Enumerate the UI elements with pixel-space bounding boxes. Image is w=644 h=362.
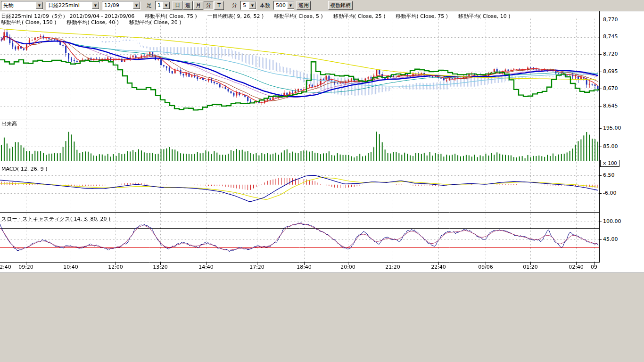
axis-tick <box>599 128 602 129</box>
bar-count-value: 500 <box>276 2 286 8</box>
time-axis-label: 09 <box>591 264 597 270</box>
bar-count-input[interactable]: 500 ▼ <box>273 1 294 10</box>
macd-panel-label: MACD( 12, 26, 9 ) <box>1 166 48 172</box>
chevron-down-icon[interactable]: ▼ <box>249 2 256 9</box>
volume-axis-label: 195.00 <box>603 125 621 131</box>
time-axis-label: 02:40 <box>0 264 11 270</box>
chevron-down-icon[interactable]: ▼ <box>36 2 43 9</box>
minute-label: 分 <box>231 2 238 9</box>
axis-tick <box>599 89 602 89</box>
time-axis-label: 14:40 <box>198 264 214 270</box>
price-axis-label: 8,695 <box>603 68 618 74</box>
axis-tick <box>599 72 602 72</box>
bars-label: 本数 <box>259 2 271 9</box>
volume-multiplier-badge: × 100 <box>600 160 619 167</box>
apply-button[interactable]: 適用 <box>297 1 311 10</box>
indicator-label: 移動平均( Close, 150 ) <box>1 19 57 26</box>
volume-axis-label: 85.00 <box>603 143 618 149</box>
price-axis-label: 8,720 <box>603 51 618 57</box>
multi-symbol-button[interactable]: 複数銘柄 <box>328 1 353 10</box>
price-axis-label: 8,670 <box>603 85 618 91</box>
toolbar: 先物 ▼ 日経225mini ▼ 12/09 ▼ 足 1 ▼ 日週月分T 分 5… <box>0 0 644 11</box>
period-button-day[interactable]: 日 <box>173 1 182 10</box>
time-axis-label: 17:20 <box>249 264 264 270</box>
price-chart-canvas[interactable] <box>0 11 599 272</box>
time-axis-label: 09:20 <box>18 264 33 270</box>
indicator-label: 移動平均( Close, 20 ) <box>129 19 182 26</box>
period-button-month[interactable]: 月 <box>193 1 203 10</box>
symbol-select[interactable]: 日経225mini ▼ <box>46 1 99 10</box>
time-axis-label: 01:20 <box>523 264 538 270</box>
chevron-down-icon[interactable]: ▼ <box>287 2 294 9</box>
symbol-value: 日経225mini <box>48 2 80 9</box>
period-button-tick[interactable]: T <box>214 1 224 10</box>
interval-input[interactable]: 1 ▼ <box>155 1 170 10</box>
time-axis-label: 09/06 <box>478 264 493 270</box>
interval-value: 1 <box>157 2 161 8</box>
stochastics-axis-label: 45.00 <box>603 236 618 242</box>
stochastics-panel-label: スロー・ストキャスティクス( 14, 3, 80, 20 ) <box>1 215 110 222</box>
period-button-minute[interactable]: 分 <box>204 1 214 10</box>
window-background <box>0 272 644 362</box>
time-axis-label: 12:00 <box>108 264 123 270</box>
macd-axis-label: 6.50 <box>603 172 615 178</box>
time-axis-label: 22:40 <box>431 264 446 270</box>
stochastics-axis-label: 100.00 <box>603 218 621 224</box>
time-axis: 02:4009:2010:4012:0013:2014:4017:2018:40… <box>0 264 599 272</box>
axis-tick <box>599 106 602 107</box>
value-axis: 8,7708,7458,7208,6958,6708,645195.0085.0… <box>599 11 644 272</box>
indicator-label: 移動平均( Close, 75 ) <box>396 13 448 20</box>
indicator-header-line2: 移動平均( Close, 150 )移動平均( Close, 40 )移動平均(… <box>1 19 182 26</box>
volume-panel-label: 出来高 <box>1 120 17 127</box>
time-axis-label: 21:20 <box>385 264 400 270</box>
time-axis-label: 13:20 <box>153 264 168 270</box>
chevron-down-icon[interactable]: ▼ <box>133 2 140 9</box>
price-axis-label: 8,645 <box>603 103 618 109</box>
axis-tick <box>599 147 602 147</box>
indicator-label: 移動平均( Close, 25 ) <box>333 13 386 20</box>
macd-axis-label: -6.00 <box>603 190 616 196</box>
indicator-label: 一目均衡表( 9, 26, 52 ) <box>207 13 264 20</box>
price-axis-label: 8,770 <box>603 16 618 23</box>
instrument-category-select[interactable]: 先物 ▼ <box>1 1 43 10</box>
chart-application-window: 先物 ▼ 日経225mini ▼ 12/09 ▼ 足 1 ▼ 日週月分T 分 5… <box>0 0 644 362</box>
indicator-label: 移動平均( Close, 40 ) <box>67 19 119 26</box>
axis-tick <box>599 222 602 222</box>
price-axis-label: 8,745 <box>603 33 618 40</box>
axis-tick <box>599 239 602 240</box>
contract-month-select[interactable]: 12/09 ▼ <box>102 1 140 10</box>
time-axis-label: 20:00 <box>340 264 355 270</box>
chevron-down-icon[interactable]: ▼ <box>163 2 170 9</box>
time-axis-label: 02:40 <box>569 264 584 270</box>
minute-count-value: 5 <box>243 2 246 8</box>
chart-area: 日経225mini 12/09（5分） 2012/09/04 - 2012/09… <box>0 11 644 272</box>
indicator-label: 移動平均( Close, 5 ) <box>274 13 323 20</box>
period-button-group: 日週月分T <box>173 1 224 10</box>
indicator-label: 移動平均( Close, 10 ) <box>458 13 511 20</box>
minute-count-input[interactable]: 5 ▼ <box>240 1 256 10</box>
time-axis-label: 18:40 <box>297 264 312 270</box>
contract-month-value: 12/09 <box>104 2 119 8</box>
ashi-label: 足 <box>146 2 153 9</box>
axis-tick <box>599 54 602 55</box>
axis-tick <box>599 20 602 20</box>
instrument-category-value: 先物 <box>3 2 14 9</box>
time-axis-label: 10:40 <box>63 264 78 270</box>
axis-tick <box>599 175 602 176</box>
chevron-down-icon[interactable]: ▼ <box>92 2 99 9</box>
axis-tick <box>599 193 602 194</box>
axis-tick <box>599 37 602 37</box>
period-button-week[interactable]: 週 <box>183 1 193 10</box>
